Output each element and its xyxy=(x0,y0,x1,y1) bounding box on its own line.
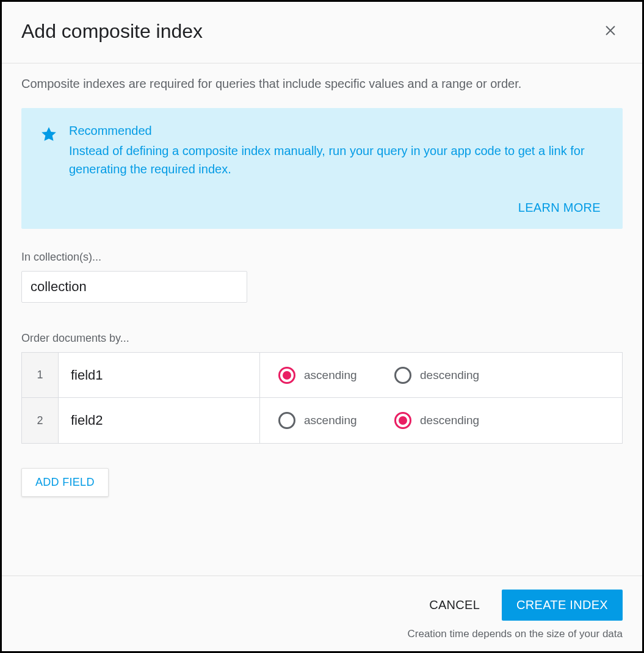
table-row: 2ascendingdescending xyxy=(22,398,622,443)
banner-text: Instead of defining a composite index ma… xyxy=(69,142,604,178)
modal-body: Composite indexes are required for queri… xyxy=(2,63,642,575)
table-row: 1ascendingdescending xyxy=(22,353,622,398)
order-table: 1ascendingdescending2ascendingdescending xyxy=(21,352,623,444)
radio-label: descending xyxy=(420,369,479,382)
close-button[interactable] xyxy=(598,19,623,43)
collection-input[interactable] xyxy=(21,271,247,303)
field-input[interactable] xyxy=(70,367,248,384)
banner-heading: Recommended xyxy=(69,124,604,138)
ascending-radio[interactable]: ascending xyxy=(278,412,388,429)
add-composite-index-modal: Add composite index Composite indexes ar… xyxy=(2,2,642,651)
order-label: Order documents by... xyxy=(21,332,623,345)
footer-note: Creation time depends on the size of you… xyxy=(21,628,623,640)
row-number: 2 xyxy=(22,398,59,443)
radio-label: ascending xyxy=(304,414,357,427)
order-cell: ascendingdescending xyxy=(260,353,622,397)
modal-header: Add composite index xyxy=(2,2,642,63)
add-field-button[interactable]: ADD FIELD xyxy=(21,468,109,497)
descending-radio[interactable]: descending xyxy=(394,412,504,429)
collection-section: In collection(s)... xyxy=(21,251,623,303)
radio-label: descending xyxy=(420,414,479,427)
order-cell: ascendingdescending xyxy=(260,398,622,443)
collection-label: In collection(s)... xyxy=(21,251,623,264)
learn-more-link[interactable]: LEARN MORE xyxy=(515,200,604,215)
modal-title: Add composite index xyxy=(21,20,203,43)
create-index-button[interactable]: CREATE INDEX xyxy=(502,590,623,621)
radio-icon xyxy=(394,367,411,384)
radio-label: ascending xyxy=(304,369,357,382)
modal-subtitle: Composite indexes are required for queri… xyxy=(21,77,623,91)
descending-radio[interactable]: descending xyxy=(394,367,504,384)
row-number: 1 xyxy=(22,353,59,397)
cancel-button[interactable]: CANCEL xyxy=(425,597,483,613)
recommendation-banner: Recommended Instead of defining a compos… xyxy=(21,108,623,229)
order-section: Order documents by... 1ascendingdescendi… xyxy=(21,332,623,505)
ascending-radio[interactable]: ascending xyxy=(278,367,388,384)
modal-footer: CANCEL CREATE INDEX Creation time depend… xyxy=(2,575,642,651)
radio-icon xyxy=(278,367,295,384)
field-cell xyxy=(59,398,260,443)
radio-icon xyxy=(394,412,411,429)
radio-icon xyxy=(278,412,295,429)
field-input[interactable] xyxy=(70,412,248,429)
field-cell xyxy=(59,353,260,397)
star-icon xyxy=(40,125,58,178)
close-icon xyxy=(604,24,617,39)
